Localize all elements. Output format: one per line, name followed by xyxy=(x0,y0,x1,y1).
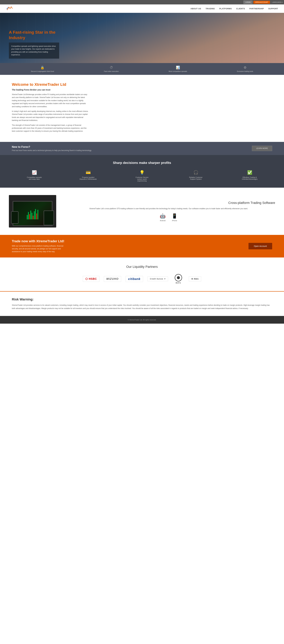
bulb-icon: 💡 xyxy=(139,170,145,175)
sharp-items: 📈 Competitive spreads and swap rates 💳 P… xyxy=(9,170,275,182)
trading-software-description: XtremeTrader Ltd's cross-platform ST5 tr… xyxy=(62,207,275,210)
login-button[interactable]: LOGIN xyxy=(243,0,252,4)
partners-title: Our Liquidity Partners xyxy=(9,265,275,269)
language-button[interactable]: LANGUAGE ▾ xyxy=(272,1,282,3)
partners-section: Our Liquidity Partners ⬡ HSBC MIZUHO cit… xyxy=(0,258,284,291)
sharp-item-deposits-label: Properly handled Deposits & Withdrawals xyxy=(79,176,97,180)
hsbc-icon: ⬡ xyxy=(85,278,88,280)
forex-banner-content: New to Forex? Find out how Forex works a… xyxy=(12,146,92,152)
cta-description: With our comprehensive cross-platform tr… xyxy=(12,245,68,253)
android-icon: 🤖 xyxy=(160,213,166,219)
nav-trading[interactable]: TRADING xyxy=(206,8,215,10)
partners-logos: ⬡ HSBC MIZUHO citibank Credit Suisse ✦ M… xyxy=(9,274,275,284)
chart-icon: 📊 xyxy=(176,66,180,70)
hero-description: Competitive spreads and lightning speed … xyxy=(11,45,57,56)
welcome-para-3: The strength of XtremeTrader Ltd consist… xyxy=(12,124,89,133)
feature-secure: 🔒 Secure & segregated client fund xyxy=(31,66,54,72)
welcome-plain: Welcome to xyxy=(12,82,35,87)
welcome-para-2: In today's high-tech and rapidly develop… xyxy=(12,110,89,122)
sharp-item-effortless: ✅ Effortless Trading & Unlimited Advanta… xyxy=(241,170,258,182)
nav-support[interactable]: SUPPORT xyxy=(268,8,278,10)
forex-banner-title: New to Forex? xyxy=(12,146,92,148)
sharp-item-customer-service: 💡 Customer Service system worth experien… xyxy=(133,170,151,182)
risk-text: XtremeTrader Ltd provides services to it… xyxy=(12,304,272,310)
footer-text: © XtremeTrader Ltd. All rights reserved. xyxy=(128,319,156,321)
partner-rbs: ❊ RBS xyxy=(189,276,201,282)
logo[interactable] xyxy=(6,6,13,11)
mufg-eye-inner xyxy=(177,276,180,279)
cta-section: Trade now with XtremeTrader Ltd! With ou… xyxy=(0,235,284,258)
partner-citi: citibank xyxy=(125,276,143,282)
risk-warning-section: Risk Warning: XtremeTrader Ltd provides … xyxy=(0,291,284,316)
nav-clients[interactable]: CLIENTS xyxy=(236,8,245,10)
feature-order: ⏱ Fast order execution xyxy=(104,66,119,72)
welcome-subtitle: The leading Forex Broker you can trust xyxy=(12,88,89,91)
feature-spreads: 📊 Most competitive spreads xyxy=(169,66,187,72)
check-list-icon: ✅ xyxy=(247,170,252,175)
android-label: Android xyxy=(160,220,166,222)
headset-icon: 🎧 xyxy=(193,170,199,175)
footer: © XtremeTrader Ltd. All rights reserved. xyxy=(0,316,284,324)
feature-tools: ⚙ Exclusive trading tools xyxy=(237,66,253,72)
partner-mizuho: MIZUHO xyxy=(104,276,121,282)
cta-title: Trade now with XtremeTrader Ltd! xyxy=(12,239,68,243)
sharp-item-spreads: 📈 Competitive spreads and swap rates xyxy=(26,170,43,182)
trading-content: Cross-platform Trading Software XtremeTr… xyxy=(62,201,275,221)
welcome-colored: XtremeTrader Ltd xyxy=(35,82,66,87)
nav-about[interactable]: ABOUT US xyxy=(191,8,201,10)
bar-chart-icon: 📈 xyxy=(32,170,37,175)
cta-open-account-button[interactable]: Open Account xyxy=(248,243,272,249)
hero-content: A Fast-rising Star in the Industry Compe… xyxy=(9,30,59,58)
risk-title: Risk Warning: xyxy=(12,298,272,301)
feature-secure-label: Secure & segregated client fund xyxy=(31,70,54,72)
sharp-item-customer-service-label: Customer Service system worth experienci… xyxy=(133,176,151,182)
iphone-label: iPhone xyxy=(172,220,177,222)
partner-hsbc: ⬡ HSBC xyxy=(83,276,99,282)
iphone-platform[interactable]: 📱 iPhone xyxy=(172,213,178,222)
sharp-section: Sharp decisions make sharper profits 📈 C… xyxy=(0,155,284,188)
divider: | xyxy=(271,1,271,3)
sharp-item-support: 🎧 Reliable Customer Support System xyxy=(187,170,205,182)
forex-banner-description: Find out how Forex works and a technical… xyxy=(12,150,92,152)
lock-icon: 🔒 xyxy=(40,66,44,70)
feature-spreads-label: Most competitive spreads xyxy=(169,70,187,72)
trading-mockup xyxy=(9,195,56,228)
hero-description-box: Competitive spreads and lightning speed … xyxy=(9,42,59,58)
main-nav: ABOUT US TRADING PLATFORMS CLIENTS PARTN… xyxy=(0,4,284,13)
welcome-title: Welcome to XtremeTrader Ltd xyxy=(12,82,89,87)
feature-order-label: Fast order execution xyxy=(104,70,119,72)
nav-links: ABOUT US TRADING PLATFORMS CLIENTS PARTN… xyxy=(191,7,278,10)
platform-icons: 🤖 Android 📱 iPhone xyxy=(62,213,275,222)
timer-icon: ⏱ xyxy=(110,66,113,70)
sharp-item-spreads-label: Competitive spreads and swap rates xyxy=(26,176,43,180)
hero-section: A Fast-rising Star in the Industry Compe… xyxy=(0,13,284,63)
open-account-top-button[interactable]: OPEN ACCOUNT xyxy=(253,1,270,4)
sharp-item-effortless-label: Effortless Trading & Unlimited Advantage… xyxy=(241,176,258,180)
nav-partnership[interactable]: PARTNERSHIP xyxy=(249,8,264,10)
sharp-item-support-label: Reliable Customer Support System xyxy=(187,176,205,180)
partner-creditsuisse: Credit Suisse ✦ xyxy=(148,276,168,281)
features-bar: 🔒 Secure & segregated client fund ⏱ Fast… xyxy=(0,63,284,75)
gear-icon: ⚙ xyxy=(244,66,247,70)
learn-more-button[interactable]: LEARN MORE xyxy=(252,146,272,151)
sharp-title: Sharp decisions make sharper profits xyxy=(9,161,275,165)
trading-software-title: Cross-platform Trading Software xyxy=(62,201,275,205)
mufg-label: MUFG xyxy=(176,282,181,284)
cta-content: Trade now with XtremeTrader Ltd! With ou… xyxy=(12,239,68,253)
welcome-para-1: XtremeTrader Ltd Brokerage provides onli… xyxy=(12,93,89,108)
partner-mufg: MUFG xyxy=(173,274,184,284)
sharp-item-deposits: 💳 Properly handled Deposits & Withdrawal… xyxy=(79,170,97,182)
android-platform[interactable]: 🤖 Android xyxy=(160,213,166,222)
nav-platforms[interactable]: PLATFORMS xyxy=(219,8,232,10)
payment-icon: 💳 xyxy=(86,170,91,175)
feature-tools-label: Exclusive trading tools xyxy=(237,70,253,72)
trading-software-section: Cross-platform Trading Software XtremeTr… xyxy=(0,188,284,235)
top-bar: LOGIN OPEN ACCOUNT | LANGUAGE ▾ xyxy=(0,0,284,4)
iphone-icon: 📱 xyxy=(172,213,178,219)
hero-title: A Fast-rising Star in the Industry xyxy=(9,30,59,40)
welcome-section: Welcome to XtremeTrader Ltd The leading … xyxy=(0,75,101,142)
forex-banner: New to Forex? Find out how Forex works a… xyxy=(0,142,284,155)
mufg-eye-icon xyxy=(175,274,182,282)
